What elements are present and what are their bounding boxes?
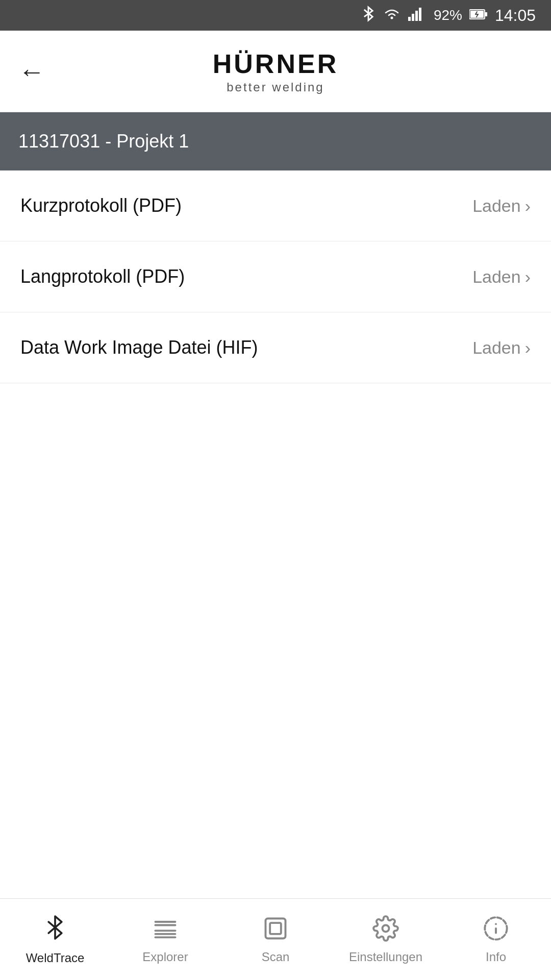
nav-item-info[interactable]: Info [441,899,551,980]
laden-label-3: Laden [472,338,521,358]
wifi-icon [383,7,401,24]
svg-rect-3 [415,11,418,21]
logo-text: HÜRNER [213,48,338,79]
app-header: ← HÜRNER better welding [0,31,551,112]
svg-rect-6 [485,12,487,16]
chevron-icon-3: › [525,338,531,358]
nav-item-explorer[interactable]: Explorer [110,899,220,980]
menu-item-kurzprotokoll-action: Laden › [472,196,531,216]
explorer-nav-icon [152,915,179,946]
svg-rect-19 [266,918,286,938]
back-button[interactable]: ← [18,58,45,85]
signal-icon [408,7,427,24]
laden-label-1: Laden [472,196,521,216]
menu-list: Kurzprotokoll (PDF) Laden › Langprotokol… [0,170,551,383]
status-bar: 92% 14:05 [0,0,551,31]
settings-nav-icon [372,915,399,946]
laden-label-2: Laden [472,267,521,287]
project-band: 11317031 - Projekt 1 [0,112,551,170]
menu-item-kurzprotokoll-label: Kurzprotokoll (PDF) [20,195,182,216]
bluetooth-status-icon [361,5,375,27]
battery-indicator: 92% [434,7,462,23]
svg-line-12 [48,922,55,927]
svg-rect-4 [419,8,421,21]
svg-rect-2 [412,14,414,21]
nav-label-weldtrace: WeldTrace [26,951,85,965]
svg-rect-1 [408,17,411,21]
svg-point-0 [390,16,393,19]
nav-item-einstellungen[interactable]: Einstellungen [331,899,441,980]
chevron-icon-1: › [525,196,531,216]
logo-tagline: better welding [227,80,324,94]
bluetooth-nav-icon [44,914,66,947]
chevron-icon-2: › [525,267,531,287]
nav-item-scan[interactable]: Scan [220,899,331,980]
status-time: 14:05 [495,6,536,25]
scan-nav-icon [262,915,289,946]
nav-label-explorer: Explorer [142,950,188,964]
menu-item-kurzprotokoll[interactable]: Kurzprotokoll (PDF) Laden › [0,170,551,241]
logo: HÜRNER better welding [213,48,338,94]
nav-item-weldtrace[interactable]: WeldTrace [0,899,110,980]
menu-item-langprotokoll[interactable]: Langprotokoll (PDF) Laden › [0,241,551,312]
menu-item-langprotokoll-label: Langprotokoll (PDF) [20,266,185,287]
bottom-navigation: WeldTrace Explorer Scan [0,898,551,980]
menu-item-datawork-label: Data Work Image Datei (HIF) [20,337,258,358]
nav-label-scan: Scan [262,950,290,964]
svg-rect-20 [270,923,281,934]
info-nav-icon [483,915,509,946]
menu-item-langprotokoll-action: Laden › [472,267,531,287]
svg-point-21 [383,925,389,932]
nav-label-einstellungen: Einstellungen [349,950,422,964]
menu-item-datawork[interactable]: Data Work Image Datei (HIF) Laden › [0,312,551,383]
svg-marker-11 [55,916,62,939]
menu-item-datawork-action: Laden › [472,338,531,358]
nav-label-info: Info [486,950,506,964]
status-icons: 92% 14:05 [361,5,536,27]
battery-icon [469,7,488,23]
project-title: 11317031 - Projekt 1 [18,131,189,152]
svg-line-13 [48,927,55,933]
